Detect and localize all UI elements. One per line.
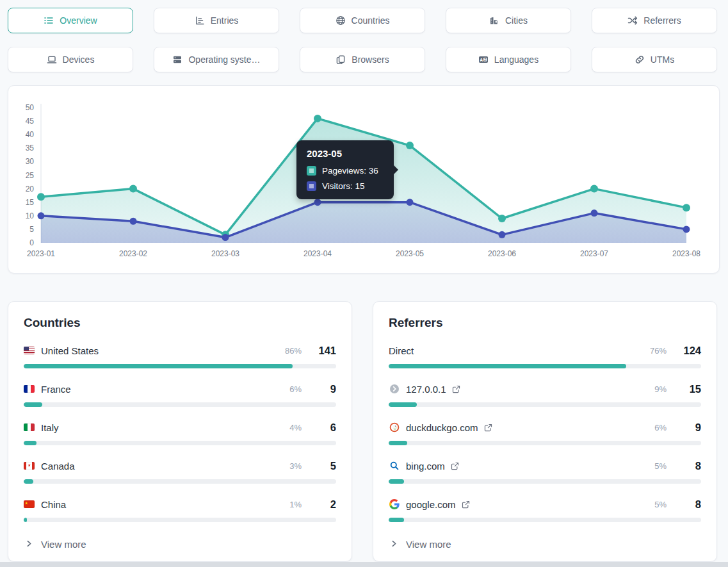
country-row: France6%9	[24, 382, 336, 407]
tab-label: Countries	[352, 15, 390, 26]
referrer-progress-track	[389, 479, 701, 484]
referrer-progress-fill	[389, 364, 626, 368]
referrer-label: bing.com	[406, 461, 445, 472]
referrer-label: Direct	[389, 345, 414, 356]
tab-cities[interactable]: Cities	[446, 8, 571, 33]
referrer-label: duckduckgo.com	[406, 422, 478, 433]
referrer-percent: 9%	[654, 384, 667, 394]
google-favicon-icon	[389, 499, 400, 510]
chart-icon	[195, 15, 205, 26]
country-percent: 6%	[289, 384, 302, 394]
referrer-row: duckduckgo.com6%9	[389, 420, 701, 445]
svg-text:A: A	[480, 58, 483, 62]
svg-text:30: 30	[26, 157, 35, 166]
referrer-count: 8	[682, 460, 701, 472]
country-percent: 1%	[289, 500, 302, 509]
tab-overview[interactable]: Overview	[8, 8, 133, 33]
link-icon	[635, 54, 645, 65]
svg-text:2023-01: 2023-01	[27, 249, 55, 258]
chevron-right-icon	[390, 539, 398, 550]
external-link-icon[interactable]	[452, 385, 460, 393]
countries-view-more-link[interactable]: View more	[25, 539, 336, 550]
tab-entries[interactable]: Entries	[154, 8, 279, 33]
translate-icon: AZ	[478, 54, 489, 65]
us-flag-icon	[24, 347, 35, 354]
tab-label: Languages	[494, 54, 538, 65]
tab-languages[interactable]: AZLanguages	[446, 47, 571, 72]
tab-label: Entries	[211, 15, 239, 26]
buildings-icon	[489, 15, 499, 26]
external-link-icon[interactable]	[484, 423, 492, 432]
tab-referrers[interactable]: Referrers	[592, 8, 717, 33]
external-link-icon[interactable]	[451, 462, 459, 470]
svg-text:2023-06: 2023-06	[488, 249, 516, 258]
svg-text:25: 25	[26, 171, 35, 180]
windows-icon	[336, 54, 346, 65]
series-legend-swatch	[307, 166, 316, 176]
it-flag-icon	[24, 423, 35, 431]
referrer-progress-track	[389, 441, 701, 445]
view-more-label: View more	[406, 539, 451, 550]
country-label: United States	[41, 345, 99, 356]
country-label: China	[41, 499, 66, 510]
referrer-progress-track	[389, 402, 701, 407]
referrer-row: bing.com5%8	[389, 459, 701, 484]
country-row: Italy4%6	[24, 420, 336, 445]
referrer-progress-fill	[389, 479, 404, 484]
tooltip-series-row: Visitors: 15	[307, 181, 384, 191]
country-percent: 4%	[289, 423, 302, 432]
chevron-right-icon	[25, 539, 33, 550]
tab-browsers[interactable]: Browsers	[300, 47, 425, 72]
laptop-icon	[47, 54, 57, 65]
svg-text:2023-05: 2023-05	[396, 249, 424, 258]
chart-tooltip: 2023-05 Pageviews: 36Visitors: 15	[296, 140, 394, 199]
ca-flag-icon	[24, 462, 35, 470]
external-link-icon[interactable]	[462, 500, 470, 509]
duckduckgo-favicon-icon	[389, 422, 400, 433]
referrers-view-more-link[interactable]: View more	[390, 539, 701, 550]
tab-countries[interactable]: Countries	[300, 8, 425, 33]
country-count: 5	[317, 460, 336, 472]
svg-text:2023-04: 2023-04	[303, 249, 332, 258]
country-progress-track	[24, 402, 336, 407]
tab-operating-systems[interactable]: Operating syste…	[154, 47, 279, 72]
country-progress-track	[24, 479, 336, 484]
country-count: 9	[317, 383, 336, 395]
server-icon	[172, 54, 182, 65]
country-progress-fill	[24, 518, 27, 522]
countries-panel: Countries United States86%141France6%9It…	[8, 301, 352, 562]
fr-flag-icon	[24, 385, 35, 393]
tooltip-series-value: Visitors: 15	[322, 181, 365, 191]
referrer-progress-track	[389, 518, 701, 522]
referrer-percent: 76%	[650, 346, 667, 356]
tab-label: Devices	[63, 54, 95, 65]
country-row: China1%2	[24, 497, 336, 522]
trend-chart-card: 051015202530354045502023-012023-022023-0…	[8, 85, 720, 274]
shuffle-icon	[627, 15, 638, 26]
svg-text:2023-07: 2023-07	[580, 249, 608, 258]
referrer-count: 9	[682, 422, 701, 434]
country-label: Italy	[41, 422, 59, 433]
country-percent: 86%	[285, 346, 302, 356]
tab-label: Referrers	[643, 15, 681, 26]
referrer-percent: 5%	[654, 500, 667, 509]
tab-devices[interactable]: Devices	[8, 47, 133, 72]
tooltip-title: 2023-05	[307, 148, 384, 159]
view-more-label: View more	[41, 539, 86, 550]
country-progress-fill	[24, 441, 36, 445]
svg-text:10: 10	[26, 211, 35, 220]
country-progress-fill	[24, 479, 33, 484]
list-icon	[44, 15, 54, 26]
country-label: France	[41, 384, 71, 395]
country-count: 6	[317, 422, 336, 434]
referrer-progress-fill	[389, 518, 404, 522]
tab-label: Cities	[505, 15, 528, 26]
tab-utms[interactable]: UTMs	[592, 47, 717, 72]
bing-favicon-icon	[389, 461, 400, 472]
country-count: 2	[317, 498, 336, 511]
svg-text:35: 35	[26, 144, 35, 152]
svg-text:Z: Z	[484, 58, 486, 62]
svg-text:2023-03: 2023-03	[211, 249, 239, 258]
country-row: Canada3%5	[24, 459, 336, 484]
svg-text:0: 0	[29, 238, 34, 247]
